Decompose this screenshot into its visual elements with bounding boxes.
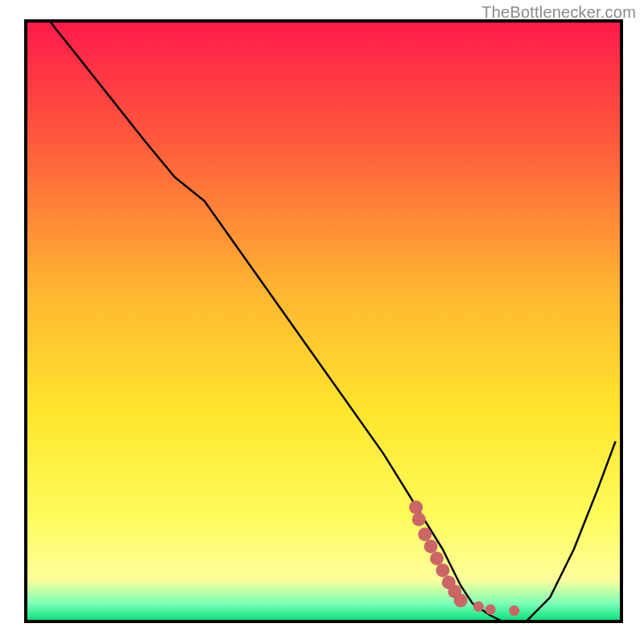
chart-gradient-background [26, 21, 621, 621]
highlight-dot [473, 601, 484, 612]
highlight-dot [424, 539, 438, 553]
highlight-dot [436, 564, 450, 577]
bottleneck-chart [0, 0, 644, 644]
highlight-dot [409, 501, 423, 514]
highlight-dot [430, 551, 444, 565]
chart-container: TheBottlenecker.com [0, 0, 644, 644]
watermark-text: TheBottlenecker.com [481, 3, 636, 22]
highlight-dot [412, 513, 426, 526]
highlight-dot [485, 605, 496, 615]
highlight-dot [418, 527, 431, 541]
highlight-dot [509, 605, 519, 616]
highlight-dot [454, 593, 468, 607]
